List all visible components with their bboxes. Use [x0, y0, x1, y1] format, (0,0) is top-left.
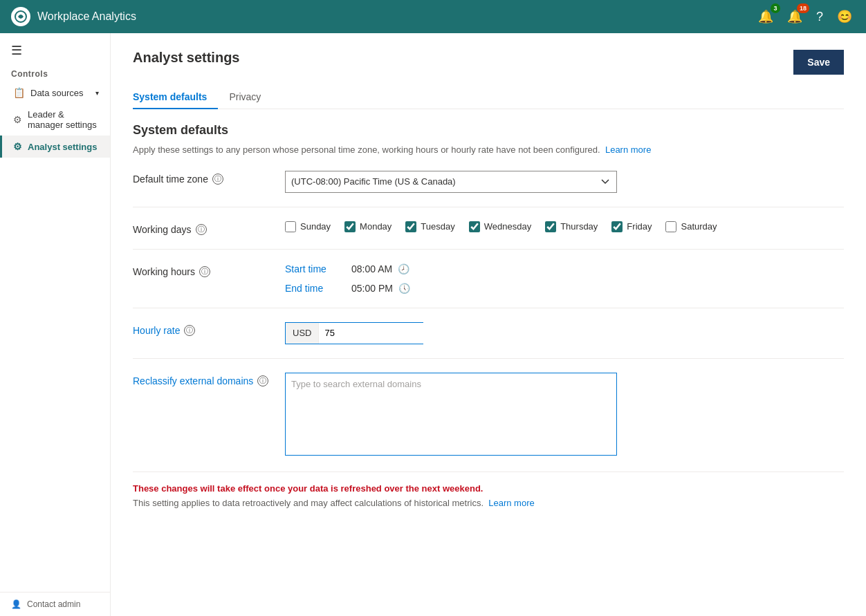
orange-badge: 18	[797, 3, 809, 13]
working-days-control: Sunday Monday Tuesday Wednesday	[285, 221, 844, 232]
checkbox-thursday[interactable]: Thursday	[545, 221, 598, 232]
hourly-rate-row: Hourly rate ⓘ USD	[133, 308, 844, 359]
footer-warn-text: These changes will take effect once your…	[133, 483, 844, 494]
contact-admin-button[interactable]: 👤 Contact admin	[0, 592, 110, 616]
checkbox-wednesday-label: Wednesday	[484, 221, 531, 232]
hourly-rate-control: USD	[285, 322, 844, 344]
working-hours-row: Working hours ⓘ Start time 08:00 AM 🕗 En…	[133, 250, 844, 308]
checkbox-monday-label: Monday	[360, 221, 391, 232]
app-logo	[11, 7, 30, 26]
start-time-label: Start time	[285, 263, 340, 274]
sidebar-item-data-sources[interactable]: 📋 Data sources ▾	[0, 82, 110, 104]
footer-info: This setting applies to data retroactive…	[133, 498, 844, 508]
hourly-rate-label-text: Hourly rate	[133, 325, 180, 336]
section-title: System defaults	[133, 123, 844, 138]
checkbox-friday[interactable]: Friday	[611, 221, 652, 232]
hourly-rate-prefix: USD	[286, 323, 319, 344]
page-title: Analyst settings	[133, 50, 239, 66]
checkboxes-row: Sunday Monday Tuesday Wednesday	[285, 221, 844, 232]
section-learn-more-link[interactable]: Learn more	[605, 144, 651, 155]
checkbox-sunday-label: Sunday	[300, 221, 331, 232]
checkbox-monday[interactable]: Monday	[344, 221, 391, 232]
reclassify-label-text: Reclassify external domains	[133, 375, 253, 386]
section-description: Apply these settings to any person whose…	[133, 143, 844, 157]
sidebar: ☰ Controls 📋 Data sources ▾ ⚙ Leader & m…	[0, 33, 111, 616]
tab-privacy[interactable]: Privacy	[218, 86, 272, 109]
notifications-green-button[interactable]: 🔔 3	[755, 6, 776, 27]
end-time-label: End time	[285, 283, 340, 294]
timezone-label: Default time zone ⓘ	[133, 171, 285, 185]
save-button[interactable]: Save	[793, 50, 844, 75]
checkbox-sunday[interactable]: Sunday	[285, 221, 331, 232]
timezone-control: (UTC-08:00) Pacific Time (US & Canada) (…	[285, 171, 844, 193]
footer-info-text: This setting applies to data retroactive…	[133, 498, 483, 508]
start-time-clock-icon[interactable]: 🕗	[398, 263, 409, 274]
sidebar-item-data-sources-label: Data sources	[30, 88, 84, 98]
hourly-rate-info-icon[interactable]: ⓘ	[184, 325, 195, 336]
app-title: Workplace Analytics	[37, 10, 755, 23]
footer-learn-more-link[interactable]: Learn more	[488, 498, 534, 508]
main-content: Analyst settings Save System defaults Pr…	[111, 33, 866, 616]
working-days-row: Working days ⓘ Sunday Monday Tuesday	[133, 207, 844, 250]
end-time-row: End time 05:00 PM 🕔	[285, 283, 844, 294]
reclassify-textarea[interactable]	[285, 373, 617, 456]
hourly-rate-input-wrapper: USD	[285, 322, 423, 344]
checkbox-tuesday-input[interactable]	[405, 221, 416, 232]
start-time-value: 08:00 AM 🕗	[351, 263, 409, 274]
tab-system-defaults[interactable]: System defaults	[133, 86, 218, 109]
end-time-value: 05:00 PM 🕔	[351, 283, 410, 294]
sidebar-item-leader-manager[interactable]: ⚙ Leader & manager settings	[0, 104, 110, 136]
working-days-label-text: Working days	[133, 224, 192, 235]
app-body: ☰ Controls 📋 Data sources ▾ ⚙ Leader & m…	[0, 33, 866, 616]
chevron-down-icon: ▾	[95, 89, 99, 97]
end-time-clock-icon[interactable]: 🕔	[398, 283, 410, 294]
hourly-rate-label: Hourly rate ⓘ	[133, 322, 285, 336]
reclassify-row: Reclassify external domains ⓘ	[133, 359, 844, 472]
reclassify-label: Reclassify external domains ⓘ	[133, 373, 285, 386]
working-hours-label: Working hours ⓘ	[133, 263, 285, 277]
end-time-text: 05:00 PM	[351, 283, 393, 294]
checkbox-thursday-input[interactable]	[545, 221, 556, 232]
checkbox-saturday-label: Saturday	[681, 221, 717, 232]
controls-label: Controls	[0, 64, 110, 82]
footer-note: These changes will take effect once your…	[133, 483, 844, 508]
contact-admin-icon: 👤	[11, 599, 21, 609]
checkbox-wednesday[interactable]: Wednesday	[469, 221, 531, 232]
timezone-select[interactable]: (UTC-08:00) Pacific Time (US & Canada) (…	[285, 171, 617, 193]
topbar-icons: 🔔 3 🔔 18 ? 😊	[755, 6, 855, 27]
working-hours-info-icon[interactable]: ⓘ	[199, 266, 210, 277]
start-time-row: Start time 08:00 AM 🕗	[285, 263, 844, 274]
checkbox-thursday-label: Thursday	[560, 221, 598, 232]
checkbox-saturday[interactable]: Saturday	[665, 221, 717, 232]
timezone-info-icon[interactable]: ⓘ	[212, 174, 223, 185]
checkbox-saturday-input[interactable]	[665, 221, 676, 232]
time-rows: Start time 08:00 AM 🕗 End time 05:00 PM …	[285, 263, 844, 294]
page-header: Analyst settings Save	[133, 50, 844, 75]
timezone-row: Default time zone ⓘ (UTC-08:00) Pacific …	[133, 157, 844, 207]
checkbox-monday-input[interactable]	[344, 221, 356, 232]
checkbox-sunday-input[interactable]	[285, 221, 296, 232]
analyst-settings-icon: ⚙	[13, 141, 22, 152]
help-icon: ?	[816, 10, 823, 24]
working-days-label: Working days ⓘ	[133, 221, 285, 235]
checkbox-tuesday[interactable]: Tuesday	[405, 221, 454, 232]
working-days-info-icon[interactable]: ⓘ	[196, 224, 207, 235]
checkbox-tuesday-label: Tuesday	[421, 221, 454, 232]
checkbox-friday-label: Friday	[627, 221, 652, 232]
help-button[interactable]: ?	[813, 7, 826, 27]
notifications-orange-button[interactable]: 🔔 18	[784, 6, 805, 27]
reclassify-info-icon[interactable]: ⓘ	[257, 375, 268, 386]
leader-manager-icon: ⚙	[13, 114, 22, 125]
checkbox-friday-input[interactable]	[611, 221, 623, 232]
data-sources-icon: 📋	[13, 87, 25, 98]
topbar: Workplace Analytics 🔔 3 🔔 18 ? 😊	[0, 0, 866, 33]
sidebar-item-analyst-settings[interactable]: ⚙ Analyst settings	[0, 136, 110, 158]
green-badge: 3	[771, 3, 780, 13]
sidebar-item-leader-manager-label: Leader & manager settings	[28, 109, 99, 130]
hamburger-button[interactable]: ☰	[0, 33, 110, 64]
user-avatar-button[interactable]: 😊	[834, 6, 855, 27]
checkbox-wednesday-input[interactable]	[469, 221, 480, 232]
hourly-rate-input[interactable]	[319, 323, 446, 344]
tabs: System defaults Privacy	[133, 86, 844, 109]
working-hours-control: Start time 08:00 AM 🕗 End time 05:00 PM …	[285, 263, 844, 294]
